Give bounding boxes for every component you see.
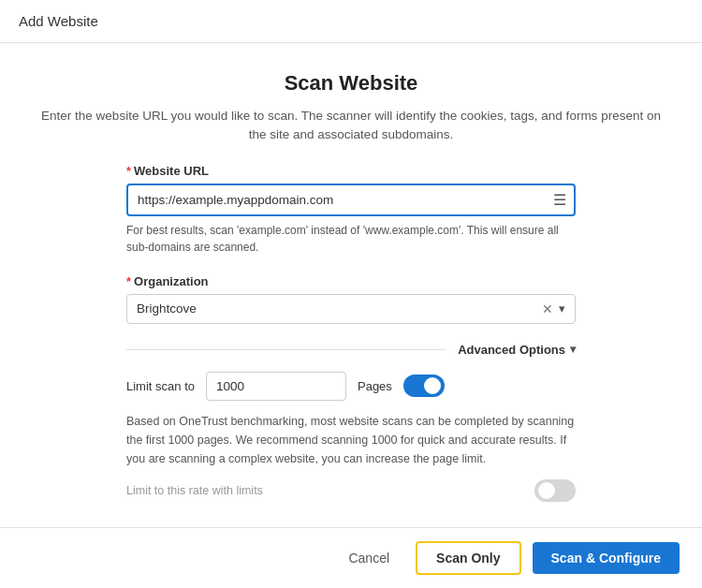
divider-line <box>126 349 446 350</box>
cancel-button[interactable]: Cancel <box>333 543 404 573</box>
advanced-options-button[interactable]: Advanced Options ▾ <box>446 343 576 357</box>
page-title: Scan Website <box>37 71 665 96</box>
organization-clear-icon[interactable]: ✕ <box>542 301 553 316</box>
scan-only-button[interactable]: Scan Only <box>416 541 520 575</box>
organization-select[interactable]: Brightcove ✕ ▾ <box>126 294 576 324</box>
advanced-arrow-icon: ▾ <box>570 343 576 356</box>
website-url-group: * Website URL ☰ For best results, scan '… <box>126 164 576 256</box>
url-input[interactable] <box>126 184 576 216</box>
limit-scan-input[interactable] <box>206 372 346 401</box>
org-label-text: Organization <box>134 274 208 288</box>
scan-description: Based on OneTrust benchmarking, most web… <box>126 412 576 468</box>
toggle-slider <box>403 375 445 397</box>
form-section: * Website URL ☰ For best results, scan '… <box>126 164 576 502</box>
bottom-row-hint: Limit to this rate with limits <box>126 479 576 502</box>
main-content: Scan Website Enter the website URL you w… <box>0 43 702 527</box>
bottom-toggle-slider <box>534 479 576 502</box>
url-input-wrapper: ☰ <box>126 184 576 216</box>
url-required-star: * <box>126 164 131 178</box>
limit-scan-toggle[interactable] <box>403 375 445 397</box>
url-icon[interactable]: ☰ <box>553 191 566 209</box>
limit-scan-label: Limit scan to <box>126 379 195 393</box>
footer: Cancel Scan Only Scan & Configure <box>0 527 702 588</box>
organization-value: Brightcove <box>137 301 542 316</box>
title-bar: Add Website <box>0 0 702 43</box>
title-bar-label: Add Website <box>19 13 98 29</box>
organization-dropdown-icon[interactable]: ▾ <box>559 301 565 316</box>
scan-configure-button[interactable]: Scan & Configure <box>533 542 680 574</box>
advanced-options-label: Advanced Options <box>458 343 565 357</box>
url-label-text: Website URL <box>134 164 209 178</box>
bottom-toggle[interactable] <box>534 479 576 502</box>
limit-scan-row: Limit scan to Pages <box>126 372 576 401</box>
url-hint: For best results, scan 'example.com' ins… <box>126 222 576 256</box>
advanced-options-divider: Advanced Options ▾ <box>126 343 576 357</box>
page-heading: Scan Website Enter the website URL you w… <box>37 71 665 145</box>
pages-label: Pages <box>358 379 392 393</box>
page-description: Enter the website URL you would like to … <box>37 107 665 145</box>
bottom-hint-text: Limit to this rate with limits <box>126 484 523 497</box>
organization-label: * Organization <box>126 274 576 288</box>
website-url-label: * Website URL <box>126 164 576 178</box>
organization-group: * Organization Brightcove ✕ ▾ <box>126 274 576 324</box>
org-required-star: * <box>126 274 131 288</box>
